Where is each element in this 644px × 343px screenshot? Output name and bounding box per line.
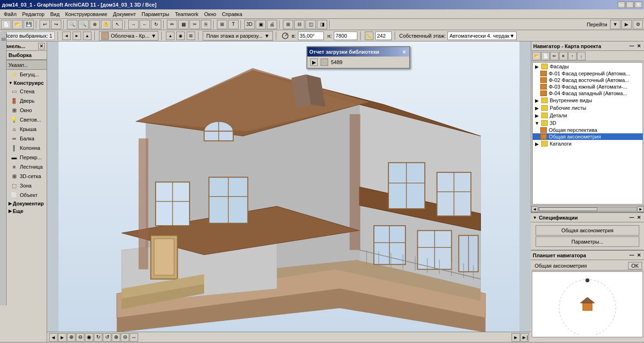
sidebar-item-window[interactable]: ⊞ Окно <box>7 106 47 115</box>
tree-item-perspective[interactable]: Общая перспектива <box>533 127 643 133</box>
nav-minimize-btn[interactable]: — <box>628 43 635 49</box>
settings-btn[interactable]: ⚙ <box>633 20 643 29</box>
open-button[interactable]: 📂 <box>12 20 23 29</box>
vp-zoom-in[interactable]: ⊕ <box>67 333 75 342</box>
sidebar-item-floor[interactable]: ▬ Перекр... <box>7 153 47 162</box>
nav-tool-2[interactable]: 📄 <box>541 52 550 60</box>
sidebar-item-door[interactable]: 🚪 Дверь <box>7 96 47 106</box>
undo-button[interactable]: ↩ <box>40 20 50 29</box>
sidebar-item-mesh[interactable]: ⊞ 3D-сетка <box>7 172 47 181</box>
vp-btn-4[interactable]: ↻ <box>94 333 102 342</box>
sidebar-item-roof[interactable]: ⌂ Крыша <box>7 124 47 134</box>
nav-tool-3[interactable]: ✏ <box>550 52 559 60</box>
menu-editor[interactable]: Редактор <box>19 10 47 18</box>
nav-map-viewport[interactable] <box>532 271 643 337</box>
tab-selection[interactable]: Выборка <box>7 51 47 60</box>
sidebar-item-stairs[interactable]: ≡ Лестница <box>7 162 47 172</box>
tree-item-facade-n[interactable]: Ф-01 Фасад серверный (Автома... <box>533 70 643 77</box>
draw-btn[interactable]: ✏ <box>167 20 177 29</box>
vp-zoom-out[interactable]: ⊖ <box>76 333 84 342</box>
3d-btn[interactable]: 3D <box>244 20 255 29</box>
scroll-left-btn[interactable]: ◄ <box>531 206 538 212</box>
close-button[interactable]: ✕ <box>635 1 642 8</box>
arrow-right-btn[interactable]: → <box>128 20 139 29</box>
plan-button[interactable]: План этажа и разрезу... ▼ <box>203 31 272 41</box>
menu-file[interactable]: Файл <box>1 10 19 18</box>
menu-teamwork[interactable]: Teamwork <box>172 10 201 18</box>
tree-item-interior[interactable]: ▶ Внутренние виды <box>533 97 643 104</box>
more-btn2[interactable]: ⊟ <box>294 20 305 29</box>
dim-btn[interactable]: ⊞ <box>217 20 227 29</box>
sidebar-group-construct[interactable]: ▼ Конструирс <box>7 79 47 87</box>
more-btn1[interactable]: ⊞ <box>283 20 293 29</box>
nav-tool-5[interactable]: ↑ <box>568 52 577 60</box>
sidebar-item-column[interactable]: ║ Колонна <box>7 143 47 153</box>
navigator-tree[interactable]: ▶ Фасады Ф-01 Фасад серверный (Автома...… <box>532 62 643 204</box>
zoom-fit-button[interactable]: ⊕ <box>90 20 100 29</box>
vp-btn-3[interactable]: ◉ <box>85 333 93 342</box>
nav-map-ok-btn[interactable]: OK <box>628 262 642 270</box>
new-button[interactable]: 📄 <box>1 20 11 29</box>
nav-right-btn[interactable]: ► <box>73 32 81 40</box>
goto-go[interactable]: ▶ <box>621 20 632 29</box>
redo-button[interactable]: ↪ <box>51 20 61 29</box>
shell-btn4[interactable]: ⊞ <box>187 32 195 40</box>
vp-btn-1[interactable]: ◄ <box>49 333 58 342</box>
sidebar-item-running[interactable]: ⚡ Бегущ... <box>7 70 47 79</box>
arrow-left-btn[interactable]: ← <box>140 20 150 29</box>
tree-item-details[interactable]: ▶ Детали <box>533 112 643 119</box>
text-btn[interactable]: T <box>228 20 239 29</box>
tree-item-3d[interactable]: ▼ 3D <box>533 119 643 127</box>
height-value-field[interactable]: 7800 <box>334 32 357 40</box>
tree-item-facade-w[interactable]: Ф-04 Фасад западный (Автома... <box>533 90 643 97</box>
hscroll-thumb[interactable] <box>539 207 597 211</box>
vp-btn-2[interactable]: ► <box>58 333 66 342</box>
shell-dropdown[interactable]: Оболочка - Кр... ▼ <box>99 31 158 41</box>
scroll-right-btn[interactable]: ► <box>637 206 644 212</box>
tree-item-facade-e[interactable]: Ф-02 Фасад восточный (Автома... <box>533 77 643 83</box>
rotate-btn[interactable]: ↻ <box>151 20 161 29</box>
select-button[interactable]: ↖ <box>112 20 123 29</box>
tree-item-facades[interactable]: ▶ Фасады <box>533 63 643 70</box>
nav-map-min-btn[interactable]: — <box>628 252 635 259</box>
sidebar-group-more[interactable]: ▶ Еще <box>7 207 47 215</box>
vp-btn-5[interactable]: ↺ <box>103 333 111 342</box>
fill-btn[interactable]: ▦ <box>178 20 189 29</box>
nav-tool-4[interactable]: ✕ <box>559 52 568 60</box>
dialog-title-bar[interactable]: Отчет загрузки библиотеки ✕ <box>307 47 409 57</box>
save-button[interactable]: 💾 <box>24 20 34 29</box>
field-242[interactable]: 242 <box>375 32 392 40</box>
nav-left-btn[interactable]: ◄ <box>62 32 71 40</box>
vp-btn-6[interactable]: ⊕ <box>112 333 120 342</box>
shell-btn3[interactable]: ◉ <box>176 32 185 40</box>
spec-params-btn[interactable]: Параметры... <box>536 237 639 247</box>
sidebar-group-document[interactable]: ▶ Документир <box>7 200 47 207</box>
window-controls[interactable]: — □ ✕ <box>618 1 642 8</box>
more-btn4[interactable]: ◨ <box>317 20 327 29</box>
specs-close-btn[interactable]: ✕ <box>636 214 642 221</box>
nav-close-btn[interactable]: ✕ <box>636 43 642 49</box>
vp-btn-8[interactable]: ↔ <box>130 333 138 342</box>
dialog-play-button[interactable]: ▶ <box>310 58 318 66</box>
print-btn[interactable]: 🖨 <box>267 20 277 29</box>
angle-value-field[interactable]: 35,00° <box>298 32 324 40</box>
more-btn3[interactable]: ◫ <box>305 20 316 29</box>
copy-btn[interactable]: ⎘ <box>201 20 211 29</box>
tab-pointer[interactable]: Указат... <box>7 60 47 70</box>
zoom-out-button[interactable]: 🔍 <box>78 20 89 29</box>
zoom-in-button[interactable]: 🔍 <box>67 20 77 29</box>
nav-tool-6[interactable]: ↓ <box>577 52 586 60</box>
pan-button[interactable]: ✋ <box>101 20 111 29</box>
vp-btn-9[interactable]: ► <box>512 333 520 342</box>
tree-item-catalogues[interactable]: ▶ Каталоги <box>533 140 643 147</box>
nav-hscroll[interactable]: ◄ ► <box>531 205 644 212</box>
render-btn[interactable]: ▣ <box>256 20 266 29</box>
nav-up-btn[interactable]: ▲ <box>83 32 91 40</box>
nav-map-close-btn[interactable]: ✕ <box>636 252 642 259</box>
menu-parameters[interactable]: Параметры <box>139 10 172 18</box>
sidebar-item-zone[interactable]: ⬚ Зона <box>7 181 47 190</box>
hscroll-track[interactable] <box>538 207 637 212</box>
vp-btn-10[interactable]: ►| <box>520 333 529 342</box>
dialog-close-button[interactable]: ✕ <box>401 49 407 55</box>
tree-item-facade-s[interactable]: Ф-03 Фасад южный (Автомати-... <box>533 83 643 90</box>
